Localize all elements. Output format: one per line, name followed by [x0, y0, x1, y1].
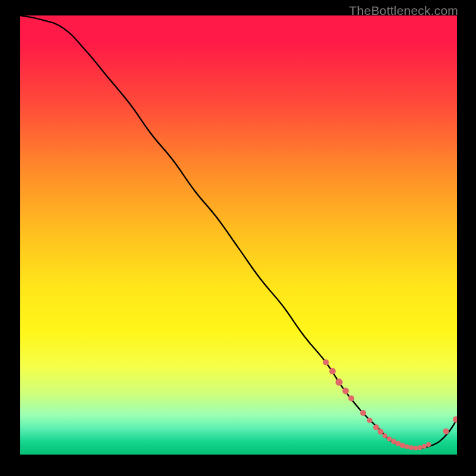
data-marker — [373, 424, 379, 430]
data-marker — [422, 444, 427, 449]
data-marker — [453, 416, 457, 422]
chart-stage: TheBottleneck.com — [0, 0, 476, 476]
curve-layer — [20, 15, 457, 455]
data-marker — [383, 433, 387, 438]
data-marker — [443, 428, 449, 434]
bottleneck-curve — [20, 15, 457, 449]
data-marker — [378, 429, 384, 435]
data-marker — [348, 396, 354, 402]
plot-area — [20, 15, 457, 455]
data-marker — [418, 445, 422, 450]
data-marker — [413, 446, 418, 450]
watermark-text: TheBottleneck.com — [349, 4, 458, 18]
data-markers — [323, 359, 457, 450]
data-marker — [400, 443, 405, 448]
data-marker — [367, 418, 372, 423]
data-marker — [323, 359, 329, 365]
data-marker — [387, 436, 392, 441]
data-marker — [426, 442, 431, 447]
data-marker — [405, 444, 409, 449]
data-marker — [409, 445, 414, 450]
data-marker — [336, 378, 343, 386]
data-marker — [329, 368, 336, 374]
data-marker — [360, 410, 366, 416]
data-marker — [342, 387, 349, 394]
